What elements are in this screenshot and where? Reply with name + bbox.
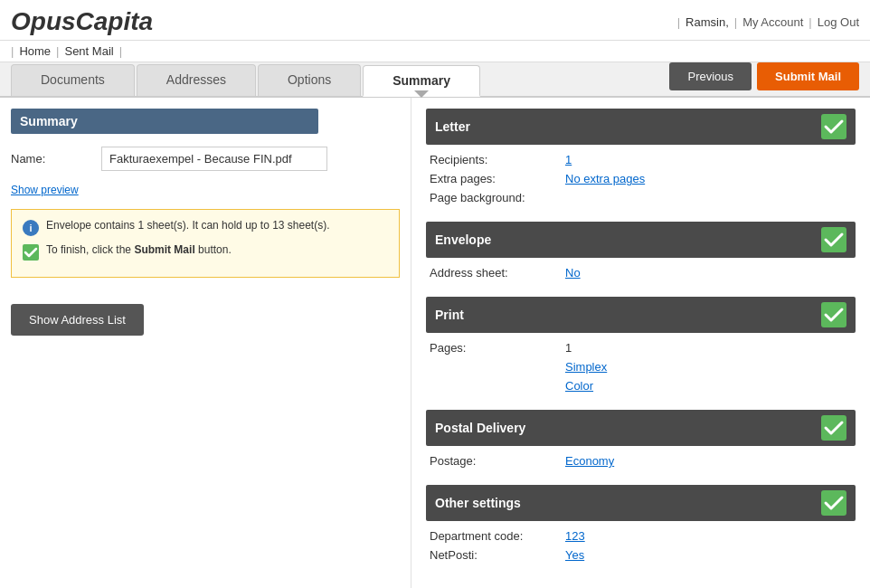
tab-summary[interactable]: Summary <box>363 65 480 97</box>
check-badge-other <box>821 490 846 516</box>
check-badge-envelope <box>821 227 846 252</box>
my-account-link[interactable]: My Account <box>742 15 803 29</box>
main: Summary Name: Fakturaexempel - Because F… <box>0 98 870 588</box>
separator3: | <box>809 15 811 29</box>
extra-pages-value[interactable]: No extra pages <box>565 172 645 185</box>
postage-value[interactable]: Economy <box>565 454 614 468</box>
letter-recipients-row: Recipients: 1 <box>426 150 856 169</box>
recipients-value[interactable]: 1 <box>565 153 572 166</box>
section-title-letter: Letter <box>435 119 470 134</box>
log-out-link[interactable]: Log Out <box>818 15 859 29</box>
show-preview-link[interactable]: Show preview <box>11 184 400 196</box>
username: Ramsin, <box>686 15 729 29</box>
section-header-letter: Letter <box>426 109 856 145</box>
info-icon: i <box>23 220 39 236</box>
left-section-title: Summary <box>11 109 318 134</box>
tab-addresses[interactable]: Addresses <box>137 64 256 96</box>
info-row-finish: To finish, click the Submit Mail button. <box>23 243 388 261</box>
action-buttons: Previous Submit Mail <box>669 62 859 96</box>
logo: OpusCapita <box>11 7 153 36</box>
print-simplex-row: Simplex <box>426 357 856 376</box>
name-row: Name: Fakturaexempel - Because FIN.pdf <box>11 147 400 171</box>
submit-mail-button[interactable]: Submit Mail <box>757 62 859 90</box>
department-code-label: Department code: <box>430 529 565 543</box>
section-print: Print Pages: 1 Simplex Color <box>426 297 856 395</box>
right-panel: Letter Recipients: 1 Extra pages: No ext… <box>411 98 870 588</box>
logo-text: OpusCapita <box>11 7 153 35</box>
check-badge-print <box>821 302 846 327</box>
header: OpusCapita | Ramsin, | My Account | Log … <box>0 0 870 41</box>
color-value[interactable]: Color <box>565 379 593 393</box>
nav-sep3: | <box>119 44 122 58</box>
print-color-row: Color <box>426 376 856 395</box>
section-header-postal: Postal Delivery <box>426 410 856 446</box>
extra-pages-label: Extra pages: <box>430 172 565 185</box>
letter-page-background-row: Page background: <box>426 188 856 207</box>
recipients-label: Recipients: <box>430 153 565 166</box>
separator: | <box>677 15 680 29</box>
pages-label: Pages: <box>430 341 565 355</box>
section-title-print: Print <box>435 308 464 322</box>
tab-documents[interactable]: Documents <box>11 64 135 96</box>
separator2: | <box>734 15 737 29</box>
letter-extra-pages-row: Extra pages: No extra pages <box>426 169 856 188</box>
address-sheet-label: Address sheet: <box>430 266 565 280</box>
department-code-value[interactable]: 123 <box>565 529 585 543</box>
check-badge-postal <box>821 415 846 441</box>
section-postal-delivery: Postal Delivery Postage: Economy <box>426 410 856 470</box>
previous-button[interactable]: Previous <box>669 62 752 90</box>
pages-value: 1 <box>565 341 572 355</box>
section-header-other: Other settings <box>426 485 856 521</box>
nav-bar: | Home | Sent Mail | <box>0 41 870 62</box>
finish-text: To finish, click the Submit Mail button. <box>46 243 232 256</box>
tab-action-bar: Documents Addresses Options Summary Prev… <box>0 62 870 98</box>
department-code-row: Department code: 123 <box>426 526 856 545</box>
info-row-envelope: i Envelope contains 1 sheet(s). It can h… <box>23 219 388 236</box>
postage-row: Postage: Economy <box>426 451 856 470</box>
netposti-value[interactable]: Yes <box>565 548 584 562</box>
page-background-label: Page background: <box>430 191 565 204</box>
section-header-print: Print <box>426 297 856 333</box>
section-title-postal: Postal Delivery <box>435 421 525 435</box>
check-badge-letter <box>821 114 846 139</box>
section-envelope: Envelope Address sheet: No <box>426 222 856 282</box>
top-nav-right: | Ramsin, | My Account | Log Out <box>676 15 859 29</box>
show-address-list-button[interactable]: Show Address List <box>11 304 144 336</box>
check-icon-small <box>23 244 39 261</box>
print-pages-row: Pages: 1 <box>426 338 856 357</box>
left-panel: Summary Name: Fakturaexempel - Because F… <box>0 98 411 588</box>
home-link[interactable]: Home <box>14 44 56 58</box>
finish-button-label: Submit Mail <box>134 243 194 256</box>
envelope-address-sheet-row: Address sheet: No <box>426 263 856 282</box>
section-title-other: Other settings <box>435 496 521 510</box>
section-header-envelope: Envelope <box>426 222 856 258</box>
simplex-value[interactable]: Simplex <box>565 360 607 374</box>
netposti-row: NetPosti: Yes <box>426 545 856 564</box>
postage-label: Postage: <box>430 454 565 468</box>
name-value: Fakturaexempel - Because FIN.pdf <box>101 147 327 171</box>
info-envelope-text: Envelope contains 1 sheet(s). It can hol… <box>46 219 330 232</box>
info-box: i Envelope contains 1 sheet(s). It can h… <box>11 209 400 278</box>
section-title-envelope: Envelope <box>435 232 491 247</box>
section-letter: Letter Recipients: 1 Extra pages: No ext… <box>426 109 856 207</box>
tab-options[interactable]: Options <box>258 64 361 96</box>
netposti-label: NetPosti: <box>430 548 565 562</box>
address-sheet-value[interactable]: No <box>565 266 581 280</box>
sent-mail-link[interactable]: Sent Mail <box>59 44 118 58</box>
name-label: Name: <box>11 152 101 166</box>
tabs: Documents Addresses Options Summary <box>11 64 482 96</box>
section-other-settings: Other settings Department code: 123 NetP… <box>426 485 856 564</box>
